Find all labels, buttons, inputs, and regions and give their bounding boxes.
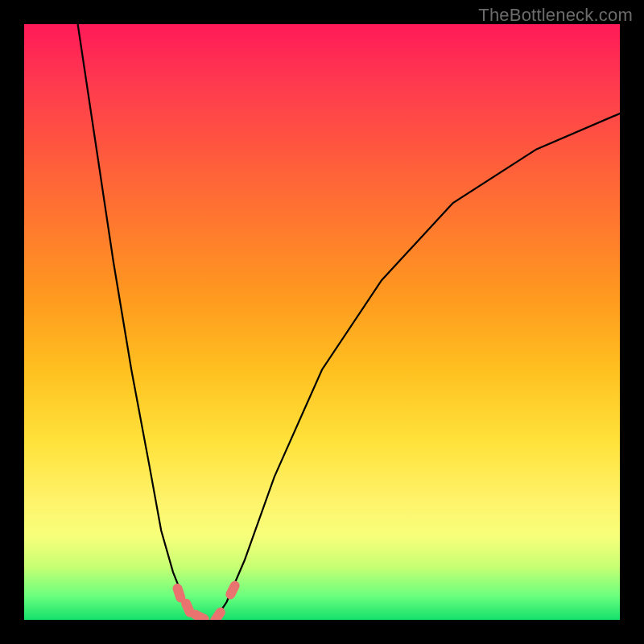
figure-stage: TheBottleneck.com [0, 0, 644, 644]
plot-area [24, 24, 620, 620]
curve-marker [208, 605, 227, 620]
curve-marker [224, 580, 241, 601]
watermark-text: TheBottleneck.com [478, 5, 633, 26]
markers-group [171, 580, 242, 620]
curve-right-branch [215, 114, 620, 620]
chart-svg [24, 24, 620, 620]
curve-left-branch [78, 24, 203, 620]
